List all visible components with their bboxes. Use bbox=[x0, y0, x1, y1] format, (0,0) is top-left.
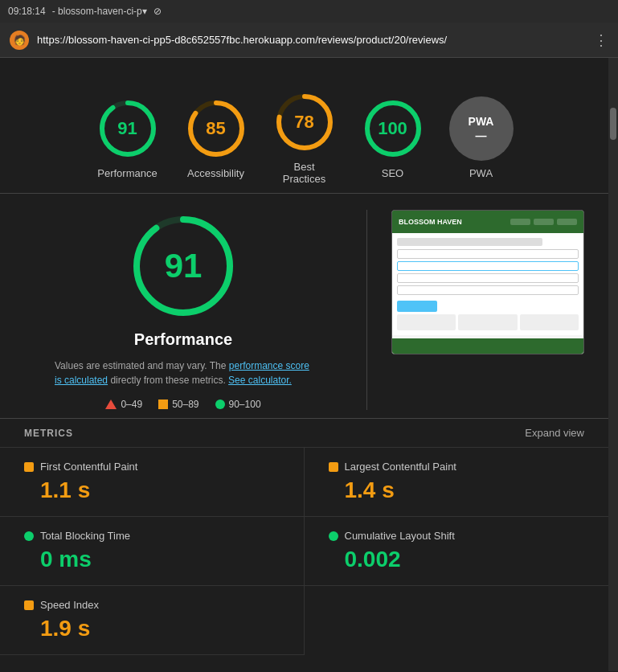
ss-input-1 bbox=[397, 249, 579, 259]
content-area: 91 Performance 85 Accessibility bbox=[0, 58, 608, 671]
metric-lcp-label-row: Largest Contentful Paint bbox=[329, 461, 585, 473]
metrics-title: METRICS bbox=[24, 428, 73, 439]
ss-nav-3 bbox=[557, 219, 577, 225]
metric-cls-label-row: Cumulative Layout Shift bbox=[329, 530, 585, 542]
performance-left: 91 Performance Values are estimated and … bbox=[24, 210, 342, 410]
status-time: 09:18:14 bbox=[8, 6, 46, 17]
legend-dot-orange bbox=[158, 400, 168, 409]
legend-dot-red bbox=[105, 400, 117, 409]
score-value-seo: 100 bbox=[378, 118, 407, 139]
metric-tbt: Total Blocking Time 0 ms bbox=[0, 517, 305, 586]
vertical-divider bbox=[366, 210, 367, 410]
user-avatar: 🧑 bbox=[10, 31, 29, 50]
ss-logo: BLOSSOM HAVEN bbox=[399, 218, 462, 226]
status-app: - blossom-haven-ci-p▾ bbox=[52, 6, 147, 17]
metric-name-si: Speed Index bbox=[40, 599, 99, 611]
status-bar: 09:18:14 - blossom-haven-ci-p▾ ⊘ bbox=[0, 0, 618, 23]
metric-value-lcp: 1.4 s bbox=[329, 477, 585, 503]
score-circle-pwa: PWA — bbox=[449, 96, 514, 161]
metric-name-cls: Cumulative Layout Shift bbox=[345, 530, 455, 542]
metric-value-cls: 0.002 bbox=[329, 547, 585, 572]
ss-footer bbox=[392, 338, 583, 354]
score-circle-accessibility: 85 bbox=[184, 96, 248, 161]
score-circle-best-practices: 78 bbox=[272, 90, 337, 154]
see-calculator-link[interactable]: See calculator. bbox=[228, 375, 292, 386]
metric-value-fcp: 1.1 s bbox=[24, 477, 280, 503]
ss-col-1 bbox=[397, 314, 456, 330]
legend: 0–49 50–89 90–100 bbox=[105, 399, 260, 410]
big-score-circle: 91 bbox=[127, 210, 239, 322]
score-item-best-practices[interactable]: 78 Best Practices bbox=[272, 90, 337, 185]
metric-dot-si bbox=[24, 600, 34, 610]
scores-section: 91 Performance 85 Accessibility bbox=[0, 74, 608, 194]
legend-item-orange: 50–89 bbox=[158, 399, 198, 410]
legend-range-green: 90–100 bbox=[229, 399, 261, 410]
metric-value-si: 1.9 s bbox=[24, 616, 280, 641]
score-value-accessibility: 85 bbox=[206, 118, 225, 139]
metric-name-lcp: Largest Contentful Paint bbox=[345, 461, 456, 473]
metric-name-fcp: First Contentful Paint bbox=[40, 461, 137, 473]
legend-item-red: 0–49 bbox=[105, 399, 142, 410]
address-bar: 🧑 https://blossom-haven-ci-pp5-d8c652557… bbox=[0, 23, 618, 58]
metric-fcp: First Contentful Paint 1.1 s bbox=[0, 448, 305, 517]
ss-header: BLOSSOM HAVEN bbox=[392, 211, 583, 233]
main-container: 91 Performance 85 Accessibility bbox=[0, 58, 618, 671]
score-label-performance: Performance bbox=[97, 167, 157, 179]
ss-btn bbox=[397, 301, 437, 312]
score-item-pwa[interactable]: PWA — PWA bbox=[449, 96, 514, 179]
score-value-best-practices: 78 bbox=[294, 112, 313, 133]
ss-col-3 bbox=[520, 314, 579, 330]
scrollbar-thumb[interactable] bbox=[610, 108, 616, 140]
performance-right: BLOSSOM HAVEN bbox=[391, 210, 584, 354]
ss-nav bbox=[510, 219, 577, 225]
score-circle-performance: 91 bbox=[96, 96, 160, 161]
legend-range-orange: 50–89 bbox=[172, 399, 198, 410]
big-score-value: 91 bbox=[165, 247, 203, 285]
score-label-accessibility: Accessibility bbox=[187, 167, 244, 179]
metric-value-tbt: 0 ms bbox=[24, 547, 280, 572]
website-screenshot: BLOSSOM HAVEN bbox=[391, 210, 584, 354]
scrollbar[interactable] bbox=[608, 58, 618, 671]
url-text[interactable]: https://blossom-haven-ci-pp5-d8c652557fb… bbox=[37, 34, 586, 46]
performance-description: Values are estimated and may vary. The p… bbox=[55, 359, 312, 387]
score-label-best-practices: Best Practices bbox=[272, 161, 337, 185]
performance-section: 91 Performance Values are estimated and … bbox=[0, 194, 608, 418]
legend-range-red: 0–49 bbox=[121, 399, 142, 410]
legend-item-green: 90–100 bbox=[215, 399, 261, 410]
score-item-performance[interactable]: 91 Performance bbox=[96, 96, 160, 179]
expand-view-button[interactable]: Expand view bbox=[525, 427, 584, 439]
metrics-grid: First Contentful Paint 1.1 s Largest Con… bbox=[0, 448, 608, 655]
score-circle-seo: 100 bbox=[361, 96, 425, 161]
performance-title: Performance bbox=[134, 330, 232, 349]
metric-dot-tbt bbox=[24, 531, 34, 541]
pwa-label-top: PWA bbox=[469, 115, 494, 128]
more-options-icon[interactable]: ⋮ bbox=[594, 31, 608, 49]
score-item-seo[interactable]: 100 SEO bbox=[361, 96, 425, 179]
legend-dot-green bbox=[215, 400, 225, 409]
score-value-performance: 91 bbox=[117, 118, 137, 139]
metric-dot-cls bbox=[329, 531, 338, 541]
screenshot-inner: BLOSSOM HAVEN bbox=[392, 211, 583, 354]
ss-form bbox=[397, 249, 579, 312]
ss-input-2 bbox=[397, 261, 579, 271]
ss-input-4 bbox=[397, 285, 579, 295]
metrics-header: METRICS Expand view bbox=[0, 418, 608, 448]
score-item-accessibility[interactable]: 85 Accessibility bbox=[184, 96, 248, 179]
metric-dot-lcp bbox=[329, 462, 338, 472]
metric-name-tbt: Total Blocking Time bbox=[40, 530, 130, 542]
ss-col-2 bbox=[458, 314, 517, 330]
metric-cls: Cumulative Layout Shift 0.002 bbox=[305, 517, 609, 586]
pwa-dash: — bbox=[476, 129, 487, 142]
metric-tbt-label-row: Total Blocking Time bbox=[24, 530, 280, 542]
ss-nav-2 bbox=[534, 219, 554, 225]
ss-body bbox=[392, 233, 583, 335]
ss-input-3 bbox=[397, 273, 579, 283]
metric-fcp-label-row: First Contentful Paint bbox=[24, 461, 280, 473]
metric-si: Speed Index 1.9 s bbox=[0, 586, 305, 655]
metric-si-label-row: Speed Index bbox=[24, 599, 280, 611]
ss-heading bbox=[397, 238, 542, 246]
ss-nav-1 bbox=[510, 219, 530, 225]
score-label-seo: SEO bbox=[382, 167, 403, 179]
metric-lcp: Largest Contentful Paint 1.4 s bbox=[305, 448, 609, 517]
score-label-pwa: PWA bbox=[469, 167, 493, 179]
